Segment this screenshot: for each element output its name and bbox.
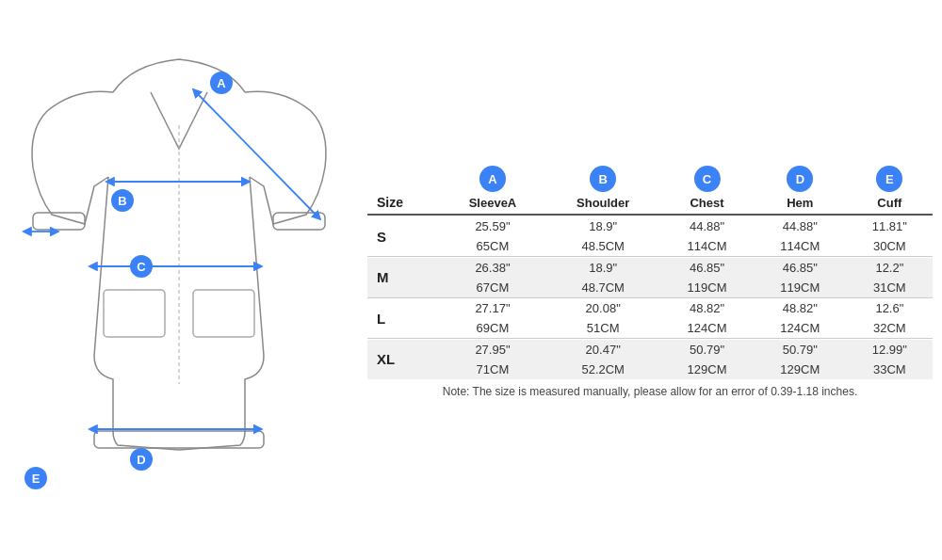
- cell-imperial: 48.82": [754, 298, 847, 318]
- svg-text:B: B: [118, 194, 126, 208]
- cell-imperial: 18.9": [545, 216, 660, 236]
- table-row-metric: 69CM51CM124CM124CM32CM: [367, 318, 933, 339]
- size-table: Size A SleeveA B Shoulder C Chest D: [367, 162, 933, 379]
- cell-metric: 69CM: [440, 318, 546, 339]
- col-header-D: D Hem: [754, 162, 847, 215]
- cell-metric: 48.5CM: [545, 236, 660, 257]
- cell-metric: 51CM: [545, 318, 660, 339]
- cell-metric: 32CM: [847, 318, 933, 339]
- cell-metric: 129CM: [754, 360, 847, 379]
- cell-imperial: 18.9": [545, 258, 660, 278]
- cell-imperial: 11.81": [847, 216, 933, 236]
- cell-metric: 52.2CM: [545, 360, 660, 379]
- cell-imperial: 50.79": [754, 340, 847, 360]
- jacket-diagram: A B C D E: [9, 36, 349, 525]
- col-label-A: SleeveA: [449, 196, 537, 210]
- cell-imperial: 20.08": [545, 298, 660, 318]
- cell-metric: 71CM: [440, 360, 546, 379]
- svg-rect-4: [104, 290, 165, 337]
- cell-imperial: 50.79": [660, 340, 754, 360]
- table-row-metric: 67CM48.7CM119CM119CM31CM: [367, 278, 933, 298]
- size-label: L: [367, 298, 440, 339]
- col-header-E: E Cuff: [847, 162, 933, 215]
- table-row-metric: 65CM48.5CM114CM114CM30CM: [367, 236, 933, 257]
- main-container: A B C D E Size A SleeveA: [9, 12, 933, 549]
- svg-text:C: C: [137, 260, 146, 274]
- size-table-wrapper: Size A SleeveA B Shoulder C Chest D: [349, 162, 933, 398]
- cell-metric: 124CM: [660, 318, 754, 339]
- cell-metric: 33CM: [847, 360, 933, 379]
- note-text: Note: The size is measured manually, ple…: [367, 385, 933, 398]
- table-row: M26.38"18.9"46.85"46.85"12.2": [367, 258, 933, 278]
- badge-A: A: [479, 166, 506, 192]
- svg-line-6: [198, 94, 320, 219]
- cell-metric: 119CM: [660, 278, 754, 298]
- svg-text:E: E: [32, 472, 41, 486]
- cell-imperial: 20.47": [545, 340, 660, 360]
- cell-metric: 129CM: [660, 360, 754, 379]
- cell-imperial: 12.2": [847, 258, 933, 278]
- badge-C: C: [694, 166, 721, 192]
- size-label: S: [367, 216, 440, 257]
- cell-metric: 65CM: [440, 236, 546, 257]
- cell-metric: 114CM: [754, 236, 847, 257]
- cell-imperial: 12.6": [847, 298, 933, 318]
- svg-text:D: D: [137, 453, 145, 467]
- cell-metric: 119CM: [754, 278, 847, 298]
- badge-E: E: [876, 166, 902, 192]
- table-row: XL27.95"20.47"50.79"50.79"12.99": [367, 340, 933, 360]
- cell-metric: 124CM: [754, 318, 847, 339]
- col-label-B: Shoulder: [555, 196, 651, 210]
- col-header-C: C Chest: [660, 162, 754, 215]
- cell-imperial: 27.95": [440, 340, 546, 360]
- jacket-svg: A B C D E: [19, 36, 339, 525]
- cell-imperial: 27.17": [440, 298, 546, 318]
- badge-B: B: [590, 166, 616, 192]
- cell-imperial: 48.82": [660, 298, 754, 318]
- cell-metric: 67CM: [440, 278, 546, 298]
- cell-imperial: 44.88": [660, 216, 754, 236]
- col-label-C: Chest: [670, 196, 744, 210]
- badge-D: D: [787, 166, 813, 192]
- svg-rect-5: [193, 290, 254, 337]
- svg-text:A: A: [217, 76, 226, 90]
- table-header-row: Size A SleeveA B Shoulder C Chest D: [367, 162, 933, 215]
- cell-imperial: 26.38": [440, 258, 546, 278]
- cell-imperial: 46.85": [660, 258, 754, 278]
- size-label: M: [367, 258, 440, 298]
- cell-metric: 114CM: [660, 236, 754, 257]
- table-body: S25.59"18.9"44.88"44.88"11.81"65CM48.5CM…: [367, 216, 933, 379]
- table-row: L27.17"20.08"48.82"48.82"12.6": [367, 298, 933, 318]
- col-header-B: B Shoulder: [545, 162, 660, 215]
- table-row-metric: 71CM52.2CM129CM129CM33CM: [367, 360, 933, 379]
- cell-imperial: 25.59": [440, 216, 546, 236]
- size-header: Size: [367, 162, 440, 215]
- col-label-E: Cuff: [856, 196, 923, 210]
- cell-imperial: 44.88": [754, 216, 847, 236]
- cell-metric: 31CM: [847, 278, 933, 298]
- cell-metric: 30CM: [847, 236, 933, 257]
- table-row: S25.59"18.9"44.88"44.88"11.81": [367, 216, 933, 236]
- col-label-D: Hem: [763, 196, 837, 210]
- cell-imperial: 12.99": [847, 340, 933, 360]
- cell-imperial: 46.85": [754, 258, 847, 278]
- cell-metric: 48.7CM: [545, 278, 660, 298]
- col-header-A: A SleeveA: [440, 162, 546, 215]
- size-label: XL: [367, 340, 440, 379]
